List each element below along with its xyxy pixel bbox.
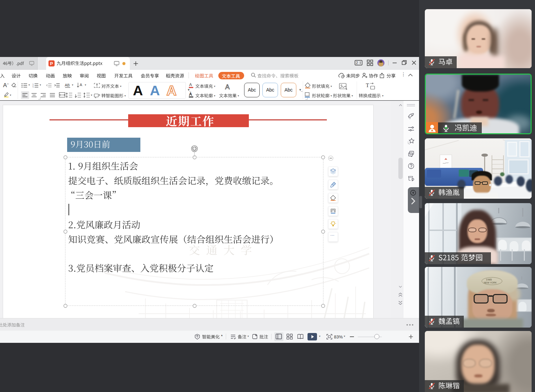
svg-text:A: A: [189, 82, 192, 87]
svg-text:A: A: [189, 92, 192, 97]
svg-text:3: 3: [33, 86, 34, 88]
svg-text:2: 2: [356, 61, 358, 65]
svg-text:NEW YORK: NEW YORK: [484, 281, 497, 284]
svg-text:T: T: [366, 82, 369, 88]
svg-text:1985: 1985: [486, 278, 492, 281]
svg-text:AB: AB: [65, 83, 70, 87]
svg-text:A: A: [225, 83, 230, 91]
svg-text:A: A: [80, 83, 82, 87]
